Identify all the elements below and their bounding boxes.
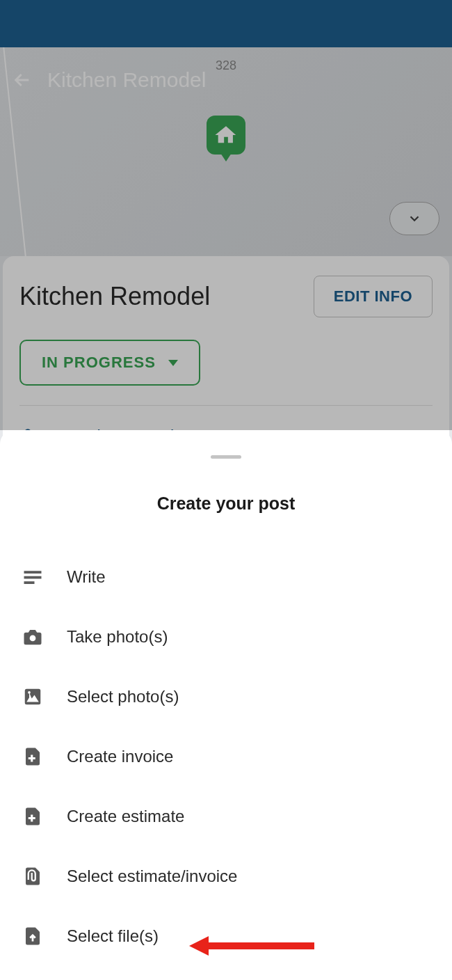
page-title: Kitchen Remodel bbox=[47, 68, 206, 92]
map-pin[interactable] bbox=[207, 116, 245, 160]
sheet-item-label: Take photo(s) bbox=[67, 627, 168, 647]
chevron-down-icon bbox=[407, 211, 422, 226]
sheet-item-write[interactable]: Write bbox=[19, 547, 433, 607]
file-plus-icon bbox=[22, 746, 43, 767]
svg-rect-6 bbox=[25, 689, 41, 705]
svg-rect-3 bbox=[24, 576, 42, 579]
svg-rect-2 bbox=[24, 571, 42, 574]
map-area: 328 Kitchen Remodel bbox=[0, 47, 452, 256]
status-label: IN PROGRESS bbox=[42, 354, 156, 372]
svg-point-7 bbox=[28, 691, 31, 694]
file-upload-icon bbox=[22, 926, 43, 947]
svg-point-5 bbox=[30, 635, 36, 642]
sheet-item-label: Select photo(s) bbox=[67, 687, 179, 706]
status-bar bbox=[0, 0, 452, 47]
back-arrow-icon[interactable] bbox=[11, 69, 33, 91]
write-icon bbox=[22, 567, 43, 587]
sheet-item-label: Create invoice bbox=[67, 747, 173, 766]
sheet-item-select-estimate-invoice[interactable]: Select estimate/invoice bbox=[19, 846, 433, 906]
expand-button[interactable] bbox=[389, 202, 439, 235]
sheet-item-take-photo[interactable]: Take photo(s) bbox=[19, 607, 433, 667]
camera-icon bbox=[22, 626, 43, 647]
sheet-title: Create your post bbox=[19, 493, 433, 514]
drag-handle[interactable] bbox=[211, 455, 241, 459]
chevron-down-icon bbox=[168, 360, 178, 366]
house-icon bbox=[214, 123, 238, 147]
sheet-item-label: Write bbox=[67, 567, 106, 587]
svg-rect-4 bbox=[24, 581, 35, 584]
sheet-item-label: Select file(s) bbox=[67, 926, 159, 946]
file-plus-icon bbox=[22, 806, 43, 827]
sheet-item-label: Select estimate/invoice bbox=[67, 867, 237, 886]
sheet-item-label: Create estimate bbox=[67, 807, 184, 826]
project-title: Kitchen Remodel bbox=[19, 282, 210, 311]
edit-info-button[interactable]: EDIT INFO bbox=[314, 276, 433, 317]
sheet-item-select-photo[interactable]: Select photo(s) bbox=[19, 667, 433, 727]
create-post-sheet: Create your post Write Take photo(s) Sel… bbox=[0, 430, 452, 980]
sheet-item-create-estimate[interactable]: Create estimate bbox=[19, 787, 433, 846]
sheet-item-select-files[interactable]: Select file(s) bbox=[19, 906, 433, 966]
header-bar: Kitchen Remodel bbox=[0, 61, 452, 99]
sheet-item-create-invoice[interactable]: Create invoice bbox=[19, 727, 433, 787]
photo-icon bbox=[22, 686, 43, 707]
status-dropdown[interactable]: IN PROGRESS bbox=[19, 340, 200, 386]
file-attach-icon bbox=[22, 866, 43, 887]
